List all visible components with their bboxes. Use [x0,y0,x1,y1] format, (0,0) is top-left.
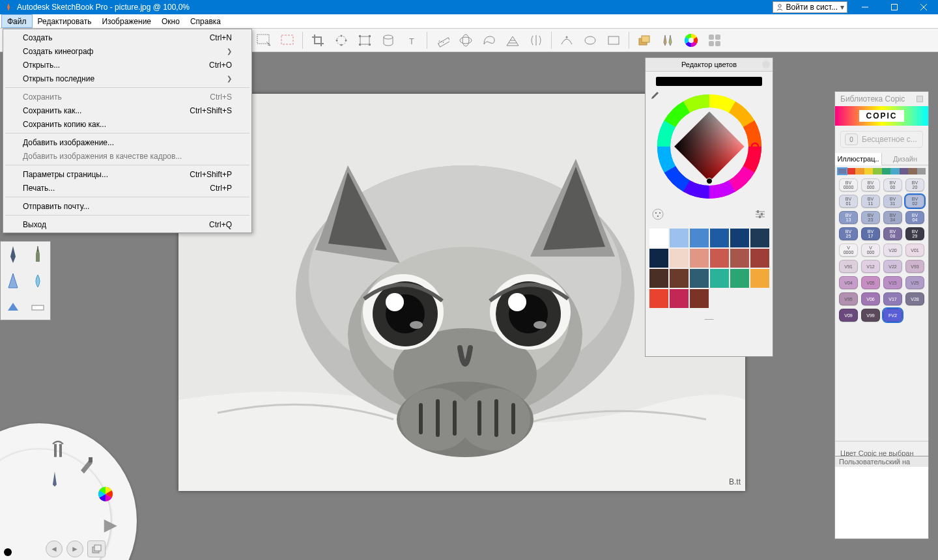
copic-strip-cell[interactable] [847,168,856,175]
copic-chip[interactable]: BV20 [905,178,924,191]
color-swatch[interactable] [670,249,689,268]
color-swatch[interactable] [690,229,709,247]
ellipse-guide-icon[interactable] [455,30,477,51]
color-swatch[interactable] [730,249,749,268]
file-menu-item[interactable]: Печать...Ctrl+P [5,181,250,195]
menu-window[interactable]: Окно [156,14,185,28]
copic-chip[interactable]: BV29 [905,227,924,240]
layers-icon[interactable] [633,30,655,51]
copic-strip-cell[interactable] [873,168,882,175]
copic-chip[interactable]: BV02 [905,195,924,208]
text-icon[interactable]: T [401,30,423,51]
transform-free-icon[interactable] [330,30,352,51]
copic-color-strip[interactable] [838,168,926,175]
color-swatch[interactable] [649,229,668,247]
color-swatch[interactable] [710,229,729,247]
lagoon-layers-button[interactable] [87,540,106,557]
color-swatch[interactable] [750,229,769,247]
copic-chip[interactable]: BV11 [861,195,880,208]
brush-pencil-icon[interactable] [1,242,25,268]
copic-chip[interactable]: V17 [883,292,902,305]
curve-icon[interactable] [556,30,578,51]
color-swatch[interactable] [690,249,709,268]
file-menu-item[interactable]: Отправить почту... [5,199,250,213]
copic-strip-cell[interactable] [900,168,909,175]
color-swatch[interactable] [670,229,689,247]
copic-chip[interactable]: BV0000 [839,178,858,191]
copic-strip-cell[interactable] [855,168,864,175]
lagoon-color-dot[interactable] [4,548,12,556]
menu-help[interactable]: Справка [185,14,226,28]
color-swatch[interactable] [649,249,668,268]
brush-hard-icon[interactable] [1,294,25,320]
copic-chip[interactable]: V04 [839,276,858,289]
window-maximize-button[interactable] [879,0,909,14]
file-menu-item[interactable]: Сохранить как...Ctrl+Shift+S [5,104,250,117]
copic-chip[interactable]: FV2 [883,309,902,322]
color-swatch[interactable] [649,289,668,308]
shape-rect-icon[interactable] [603,30,625,51]
color-swatch[interactable] [690,289,709,308]
brush-smudge-icon[interactable] [25,268,50,294]
file-menu-item[interactable]: Создать кинеограф❯ [5,44,250,58]
copic-chip[interactable]: BV34 [883,211,902,224]
color-swatch[interactable] [670,289,689,308]
color-swatch[interactable] [730,229,749,247]
file-menu-item[interactable]: Параметры страницы...Ctrl+Shift+P [5,167,250,181]
copic-chip[interactable]: V12 [861,260,880,273]
color-swatch[interactable] [690,269,709,288]
brush-marker-icon[interactable] [1,268,25,294]
copic-strip-cell[interactable] [890,168,900,175]
copic-chip[interactable]: V99 [861,309,880,322]
transform-box-icon[interactable] [354,30,376,51]
brush-eraser-icon[interactable] [25,294,50,320]
copic-chip[interactable]: BV04 [905,211,924,224]
copic-tab-illustration[interactable]: Иллюстрац.. [835,153,882,165]
copic-tab-design[interactable]: Дизайн [882,153,928,165]
copic-chip[interactable]: BV13 [839,211,858,224]
color-swatch[interactable] [649,269,668,288]
copic-chip[interactable]: V09 [839,309,858,322]
lagoon-radial-menu[interactable] [0,423,137,560]
color-editor-close-icon[interactable] [762,61,770,68]
file-menu-item[interactable]: Открыть...Ctrl+O [5,58,250,72]
copic-chip[interactable]: V06 [861,292,880,305]
copic-strip-cell[interactable] [917,168,926,175]
perspective-grid-icon[interactable] [502,30,524,51]
color-swatch[interactable] [750,249,769,268]
copic-colorless-button[interactable]: 0 Бесцветное с... [840,131,923,148]
menu-edit[interactable]: Редактировать [33,14,97,28]
copic-chip[interactable]: BV23 [861,211,880,224]
color-swatch[interactable] [710,249,729,268]
copic-chip[interactable]: V22 [883,260,902,273]
symmetry-icon[interactable] [525,30,547,51]
file-menu-item[interactable]: Сохранить копию как... [5,117,250,131]
random-color-icon[interactable] [652,208,664,222]
copic-chip[interactable]: BV17 [861,227,880,240]
window-close-button[interactable] [909,0,938,14]
copic-chip[interactable]: BV00 [883,178,902,191]
copic-chip[interactable]: V95 [839,292,858,305]
copic-chip[interactable]: BV31 [883,195,902,208]
copic-chip[interactable]: V000 [861,244,880,257]
palette-grid-icon[interactable] [704,30,726,51]
color-swatch[interactable] [710,269,729,288]
color-swatch[interactable] [750,269,769,288]
copic-chip[interactable]: V91 [839,260,858,273]
shape-ellipse-icon[interactable] [579,30,601,51]
copic-pin-icon[interactable] [917,96,923,102]
french-curve-icon[interactable] [478,30,500,51]
lagoon-prev-button[interactable]: ◄ [46,540,63,557]
copic-chip[interactable]: BV000 [861,178,880,191]
copic-chip[interactable]: V05 [861,276,880,289]
file-menu-item[interactable]: СоздатьCtrl+N [5,31,250,44]
copic-strip-cell[interactable] [882,168,891,175]
file-menu-item[interactable]: Добавить изображение... [5,135,250,149]
copic-strip-cell[interactable] [908,168,917,175]
color-swatch[interactable] [730,269,749,288]
copic-chip[interactable]: V93 [905,260,924,273]
copic-strip-cell[interactable] [838,168,847,175]
copic-chip[interactable]: V0000 [839,244,858,257]
marquee-dashed-icon[interactable] [276,30,298,51]
sliders-icon[interactable] [754,210,766,221]
